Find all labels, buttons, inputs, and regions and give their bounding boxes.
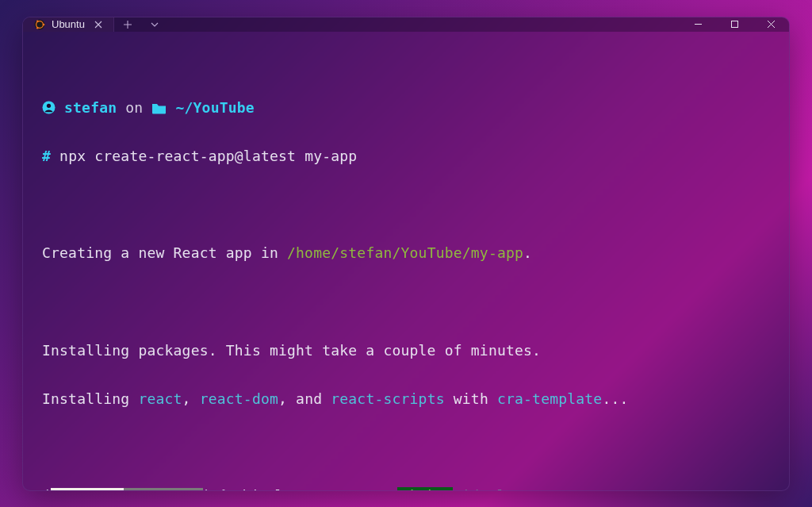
user-icon — [42, 99, 56, 116]
folder-icon — [151, 99, 167, 116]
svg-point-7 — [47, 103, 51, 107]
tab-strip: Ubuntu — [23, 17, 680, 32]
terminal-body[interactable]: stefan on ~/YouTube # npx create-react-a… — [23, 32, 789, 491]
close-window-button[interactable] — [753, 17, 789, 32]
maximize-button[interactable] — [716, 17, 753, 32]
ideal-label: idealTree:my-app: — [231, 487, 397, 490]
pkg-react: react — [138, 390, 182, 407]
pkg-cra-template: cra-template — [497, 390, 602, 407]
prompt-on: on — [117, 99, 151, 116]
titlebar: Ubuntu — [23, 17, 789, 32]
close-tab-button[interactable] — [91, 17, 105, 32]
timing-badge: timing — [397, 487, 453, 490]
creating-path: /home/stefan/YouTube/my-app — [287, 244, 523, 261]
pkg-react-scripts: react-scripts — [331, 390, 444, 407]
output-installing2: Installing react, react-dom, and react-s… — [42, 387, 770, 412]
progress-line: () ⠧ idealTree:my-app: timing idealTree:… — [42, 484, 770, 490]
tab-title: Ubuntu — [52, 18, 85, 30]
tab-dropdown-button[interactable] — [141, 17, 168, 32]
prompt-path: ~/YouTube — [175, 99, 254, 116]
svg-point-2 — [43, 23, 45, 25]
svg-rect-5 — [731, 21, 737, 28]
prompt-line: stefan on ~/YouTube — [42, 96, 770, 121]
output-installing1: Installing packages. This might take a c… — [42, 339, 770, 363]
output-creating: Creating a new React app in /home/stefan… — [42, 241, 770, 266]
installing-prefix: Installing — [42, 390, 138, 407]
svg-point-4 — [36, 26, 39, 29]
prompt-user: stefan — [64, 99, 117, 116]
creating-prefix: Creating a new React app in — [42, 244, 287, 261]
minimize-button[interactable] — [680, 17, 716, 32]
ideal-root: idealTree:#root — [453, 487, 602, 490]
command-text: npx create-react-app@latest my-app — [59, 148, 357, 164]
command-line: # npx create-react-app@latest my-app — [42, 144, 770, 169]
new-tab-button[interactable] — [114, 17, 141, 32]
progress-bar — [51, 488, 203, 490]
ubuntu-icon — [34, 19, 45, 30]
pkg-react-dom: react-dom — [200, 390, 278, 407]
prompt-hash: # — [42, 148, 51, 164]
spinner-icon: ⠧ — [220, 487, 231, 490]
progress-tail: Com — [602, 487, 628, 490]
svg-point-3 — [36, 20, 39, 22]
terminal-window: Ubuntu stefan on ~/Yo — [22, 17, 790, 491]
creating-suffix: . — [523, 244, 532, 261]
tab-ubuntu[interactable]: Ubuntu — [23, 17, 114, 32]
window-controls — [680, 17, 789, 32]
